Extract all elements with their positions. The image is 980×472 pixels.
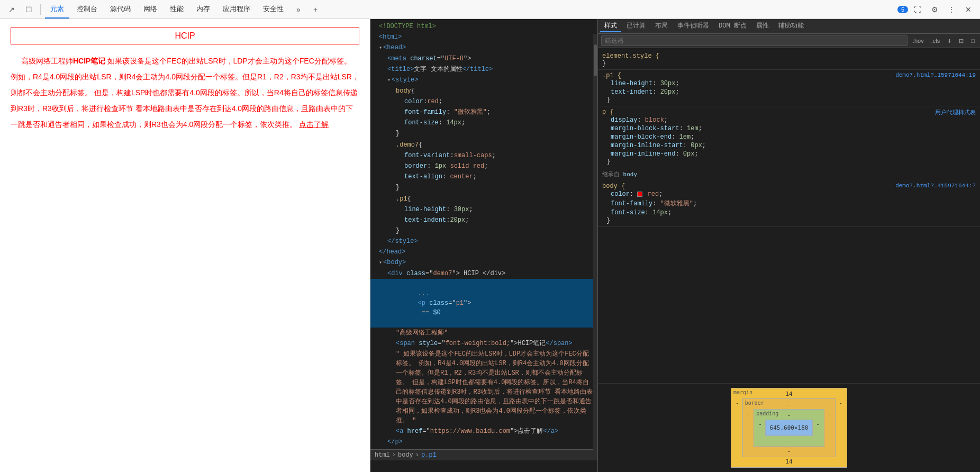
tab-console[interactable]: 控制台 xyxy=(71,0,103,19)
add-tab-icon[interactable]: + xyxy=(308,2,323,17)
border-left-val: - xyxy=(744,409,754,447)
styles-content: element.style { } .p1 { demo7.html?…1597… xyxy=(598,48,980,383)
p1-selector-row: .p1 { demo7.html?…15971644:19 xyxy=(602,72,976,79)
html-line: } xyxy=(370,225,597,236)
settings-icon[interactable]: ⚙ xyxy=(927,2,942,17)
html-line[interactable]: ▾<head> xyxy=(370,42,597,53)
devtools-toolbar: ↗ ☐ 元素 控制台 源代码 网络 性能 内存 应用程序 安全性 » + 5 ⛶… xyxy=(0,0,980,19)
tab-network[interactable]: 网络 xyxy=(138,0,162,19)
element-style-close: } xyxy=(602,60,976,67)
html-line: .p1{ xyxy=(370,194,597,204)
breadcrumb-body[interactable]: body xyxy=(398,451,413,459)
p-rule-3: margin-block-end: 1em; xyxy=(602,133,976,141)
html-line[interactable]: ▾<style> xyxy=(370,75,597,86)
p1-rule-1: line-height: 30px; xyxy=(602,79,976,88)
tab-memory[interactable]: 内存 xyxy=(191,0,215,19)
tab-computed[interactable]: 已计算 xyxy=(622,20,650,32)
border-bottom-val: - xyxy=(744,447,834,456)
html-line[interactable]: <meta charset="UTF-8"> xyxy=(370,53,597,64)
html-panel: <!DOCTYPE html> <html> ▾<head> <meta cha… xyxy=(370,19,598,472)
margin-bottom-val: 14 xyxy=(732,457,846,466)
add-style-btn[interactable]: + xyxy=(945,35,954,46)
html-line: .demo7{ xyxy=(370,140,597,150)
body-rule-3: font-size: 14px; xyxy=(602,208,976,217)
html-line[interactable]: </p> xyxy=(370,437,597,447)
html-line: border: 1px solid red; xyxy=(370,161,597,171)
breadcrumb-html[interactable]: html xyxy=(375,451,390,459)
content-size: 645.600×180 xyxy=(765,420,813,436)
breadcrumb-p[interactable]: p.p1 xyxy=(421,451,437,459)
body-selector-row: body { demo7.html?…415971644:7 xyxy=(602,183,976,190)
tab-performance[interactable]: 性能 xyxy=(165,0,189,19)
tab-application[interactable]: 应用程序 xyxy=(217,0,256,19)
border-right-val: - xyxy=(824,409,834,447)
html-line[interactable]: <title>文字 文本的属性</title> xyxy=(370,64,597,75)
tab-sources[interactable]: 源代码 xyxy=(105,0,136,19)
p1-style-block: .p1 { demo7.html?…15971644:19 line-heigh… xyxy=(598,70,980,106)
close-pane-btn[interactable]: □ xyxy=(969,37,977,45)
html-line[interactable]: <html> xyxy=(370,32,597,42)
margin-label: margin xyxy=(733,389,752,395)
p-rule-1: display: block; xyxy=(602,116,976,124)
p-selector-row: p { 用户代理样式表 xyxy=(602,108,976,116)
tab-layout[interactable]: 布局 xyxy=(651,20,672,32)
padding-left-val: - xyxy=(755,420,765,436)
tab-security[interactable]: 安全性 xyxy=(258,0,289,19)
content-text: 高级网络工程师HCIP笔记 如果该设备是这个FEC的出站LSR时，LDP才会主动… xyxy=(11,53,359,132)
screencast-icon[interactable]: ⛶ xyxy=(910,2,925,17)
html-line: line-height: 30px; xyxy=(370,204,597,215)
p1-rule-2: text-indent: 20px; xyxy=(602,88,976,96)
styles-filter-input[interactable] xyxy=(601,35,908,46)
html-line[interactable]: <div class="demo7"> HCIP </div> xyxy=(370,268,597,279)
html-line[interactable]: </style> xyxy=(370,236,597,247)
html-line-selected[interactable]: ... <p class="p1"> == $0 xyxy=(370,279,597,328)
inspect-icon[interactable]: ↗ xyxy=(4,2,19,17)
border-label: border xyxy=(745,400,764,406)
tab-dom-breakpoints[interactable]: DOM 断点 xyxy=(714,20,751,32)
margin-right-val: - xyxy=(836,398,846,457)
device-icon[interactable]: ☐ xyxy=(21,2,36,17)
styles-filter-bar: :hov .cls + ⊡ □ xyxy=(598,34,980,48)
p-source-link[interactable]: 用户代理样式表 xyxy=(935,108,976,116)
hover-toggle[interactable]: :hov xyxy=(911,37,926,45)
tab-accessibility[interactable]: 辅助功能 xyxy=(774,20,808,32)
html-line: font-size: 14px; xyxy=(370,117,597,128)
html-line[interactable]: ▾<body> xyxy=(370,257,597,268)
more-options-icon[interactable]: ⋮ xyxy=(944,2,959,17)
body-rule-2: font-family: "微软雅黑"; xyxy=(602,198,976,208)
tab-styles[interactable]: 样式 xyxy=(600,20,621,32)
html-line[interactable]: <a href="https://www.baidu.com">点击了解</a> xyxy=(370,426,597,437)
tab-elements[interactable]: 元素 xyxy=(45,0,69,19)
padding-right-val: - xyxy=(813,420,823,436)
html-line[interactable]: </head> xyxy=(370,247,597,257)
p-ua-block: p { 用户代理样式表 display: block; margin-block… xyxy=(598,106,980,168)
html-line[interactable]: <span style="font-weight:bold;">HCIP笔记</… xyxy=(370,338,597,349)
element-style-selector: element.style { xyxy=(602,52,976,60)
html-line: text-align: center; xyxy=(370,171,597,182)
close-devtools-icon[interactable]: ✕ xyxy=(961,2,976,17)
learn-more-link[interactable]: 点击了解 xyxy=(299,120,329,129)
tab-count-badge: 5 xyxy=(897,6,908,13)
html-line: font-family: "微软雅黑"; xyxy=(370,107,597,117)
html-line[interactable]: <!DOCTYPE html> xyxy=(370,21,597,32)
body-source-link[interactable]: demo7.html?…415971644:7 xyxy=(895,183,976,189)
tab-event-listeners[interactable]: 事件侦听器 xyxy=(673,20,713,32)
element-style-block: element.style { } xyxy=(598,50,980,70)
p1-close: } xyxy=(602,96,976,104)
html-line: "高级网络工程师" xyxy=(370,328,597,338)
breadcrumb-sep2: › xyxy=(415,451,419,459)
tab-properties[interactable]: 属性 xyxy=(752,20,773,32)
cls-toggle[interactable]: .cls xyxy=(929,37,942,45)
more-tabs-icon[interactable]: » xyxy=(291,2,306,17)
page-title: HCIP xyxy=(11,28,359,44)
breadcrumb: html › body › p.p1 xyxy=(370,449,597,460)
html-content: <!DOCTYPE html> <html> ▾<head> <meta cha… xyxy=(370,19,597,449)
html-line: } xyxy=(370,182,597,193)
p1-source-link[interactable]: demo7.html?…15971644:19 xyxy=(895,72,976,78)
hcip-bold: HCIP笔记 xyxy=(73,57,105,65)
toggle-view-btn[interactable]: ⊡ xyxy=(957,37,966,46)
body-close: } xyxy=(602,217,976,224)
main-layout: HCIP 高级网络工程师HCIP笔记 如果该设备是这个FEC的出站LSR时，LD… xyxy=(0,19,980,472)
box-model-container: margin 14 - border - - xyxy=(598,383,980,472)
body-style-block: body { demo7.html?…415971644:7 color: re… xyxy=(598,180,980,227)
